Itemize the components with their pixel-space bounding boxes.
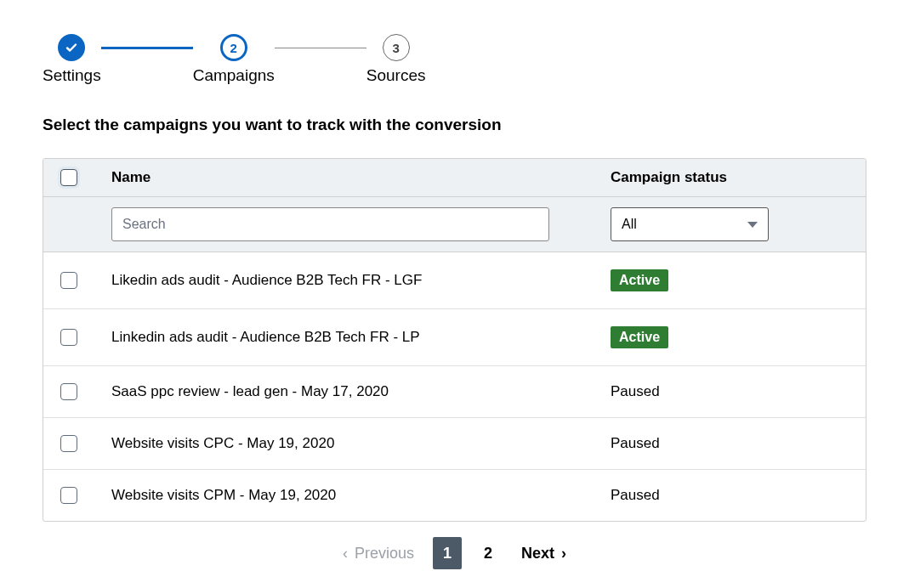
pagination: ‹ Previous 12 Next › [43,522,866,573]
step-settings[interactable]: Settings [43,34,101,85]
table-row: Likedin ads audit - Audience B2B Tech FR… [43,252,866,309]
step-future-number: 3 [383,34,410,61]
table-filter-row: All [43,197,866,252]
row-checkbox[interactable] [60,435,77,452]
step-done-icon [58,34,85,61]
row-checkbox[interactable] [60,272,77,289]
table-row: Website visits CPM - May 19, 2020Paused [43,470,866,521]
status-badge: Active [611,269,668,291]
checkmark-icon [65,41,78,54]
chevron-right-icon: › [561,545,566,563]
status-badge: Active [611,326,668,348]
name-column-header: Name [111,169,611,186]
next-button[interactable]: Next › [521,545,566,563]
status-text: Paused [611,487,660,503]
campaign-name: Website visits CPC - May 19, 2020 [111,435,611,452]
chevron-left-icon: ‹ [343,545,348,563]
step-label: Sources [366,66,426,85]
search-input[interactable] [111,207,549,241]
status-text: Paused [611,435,660,451]
step-label: Settings [43,66,101,85]
row-checkbox[interactable] [60,329,77,346]
table-row: Linkedin ads audit - Audience B2B Tech F… [43,309,866,366]
status-text: Paused [611,383,660,399]
campaign-name: SaaS ppc review - lead gen - May 17, 202… [111,383,611,400]
step-current-number: 2 [220,34,247,61]
chevron-down-icon [747,222,758,228]
step-label: Campaigns [193,66,275,85]
page-2[interactable]: 2 [474,537,503,569]
status-filter-select[interactable]: All [611,207,769,241]
select-all-checkbox[interactable] [60,169,77,186]
page-heading: Select the campaigns you want to track w… [43,116,866,134]
stepper-connector [275,48,366,48]
stepper-connector [101,47,193,49]
step-campaigns[interactable]: 2 Campaigns [193,34,275,85]
table-header-row: Name Campaign status [43,159,866,197]
campaign-name: Linkedin ads audit - Audience B2B Tech F… [111,329,611,346]
step-sources[interactable]: 3 Sources [366,34,426,85]
table-row: SaaS ppc review - lead gen - May 17, 202… [43,366,866,418]
table-row: Website visits CPC - May 19, 2020Paused [43,418,866,470]
status-column-header: Campaign status [611,169,849,186]
campaign-name: Likedin ads audit - Audience B2B Tech FR… [111,272,611,289]
row-checkbox[interactable] [60,383,77,400]
row-checkbox[interactable] [60,487,77,504]
page-1[interactable]: 1 [433,537,462,569]
campaigns-panel: Name Campaign status All Likedin ads aud… [43,158,866,522]
campaign-name: Website visits CPM - May 19, 2020 [111,487,611,504]
status-filter-value: All [622,217,637,232]
previous-button: ‹ Previous [343,545,414,563]
stepper: Settings 2 Campaigns 3 Sources [43,34,866,85]
